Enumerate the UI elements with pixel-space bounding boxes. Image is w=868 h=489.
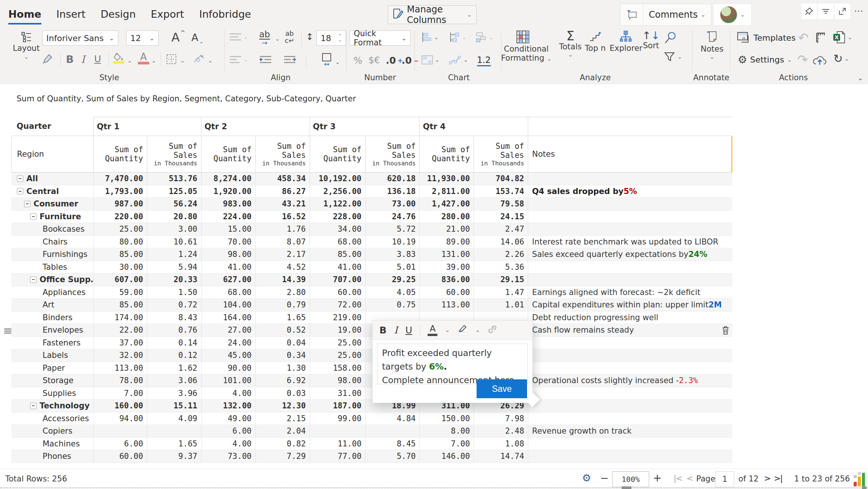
value-cell[interactable]: 101.00 [201, 374, 255, 387]
value-cell[interactable]: 1,920.00 [201, 185, 255, 198]
value-cell[interactable]: 0.76 [147, 324, 201, 336]
value-cell[interactable]: 4.84 [365, 413, 420, 425]
tab-insert[interactable]: Insert [57, 8, 86, 24]
value-cell[interactable]: 704.82 [474, 173, 528, 185]
bold-icon[interactable]: B [66, 53, 74, 65]
measure-header[interactable]: Sum of Quantity [419, 136, 474, 172]
value-cell[interactable]: 19.00 [310, 324, 365, 336]
value-cell[interactable]: 72.00 [310, 299, 365, 311]
highlight-icon[interactable] [457, 324, 468, 336]
value-cell[interactable]: 620.18 [365, 173, 420, 185]
collapse-icon[interactable] [24, 201, 31, 207]
value-cell[interactable]: 85.00 [310, 248, 365, 261]
stepper-down-icon[interactable]: ⌄ [338, 38, 342, 42]
comments-button[interactable]: Comments ⌄ [620, 4, 711, 26]
value-cell[interactable]: 78.00 [93, 374, 147, 387]
value-cell[interactable]: 14.74 [474, 450, 528, 463]
note-cell[interactable]: Interest rate benchmark was updated to L… [528, 236, 732, 248]
value-cell[interactable]: 31.00 [310, 387, 365, 400]
value-cell[interactable]: 1.65 [255, 312, 310, 324]
table-chart-icon[interactable]: ⌄ [421, 55, 440, 65]
value-cell[interactable]: 1.50 [147, 286, 201, 299]
value-cell[interactable]: 146.00 [419, 450, 474, 463]
chevron-down-icon[interactable]: ⌄ [434, 34, 439, 41]
collapse-icon[interactable] [30, 277, 37, 283]
value-cell[interactable]: 29.25 [365, 274, 420, 286]
tab-design[interactable]: Design [101, 8, 136, 24]
chevron-down-icon[interactable]: ⌄ [489, 34, 494, 41]
value-cell[interactable]: 45.00 [201, 349, 255, 362]
value-cell[interactable]: 86.27 [255, 185, 310, 198]
quarter-header[interactable]: Qtr 1 [93, 117, 201, 136]
note-cell[interactable]: Q4 sales dropped by 5% [528, 185, 732, 198]
value-cell[interactable]: 3.83 [365, 248, 420, 261]
tab-home[interactable]: Home [8, 8, 41, 24]
value-cell[interactable]: 1.24 [147, 248, 201, 261]
value-cell[interactable]: 607.00 [93, 274, 147, 286]
value-cell[interactable]: 14.06 [474, 236, 528, 248]
notes-header[interactable]: Notes [528, 136, 732, 172]
value-cell[interactable]: 77.00 [310, 450, 365, 463]
sort-button[interactable]: ↑↓ Sort [640, 30, 662, 50]
zoom-out-icon[interactable]: − [600, 472, 609, 484]
value-cell[interactable]: 2.48 [474, 425, 528, 437]
row-label[interactable]: Appliances [11, 286, 93, 299]
value-cell[interactable]: 2.17 [255, 248, 310, 261]
templates-button[interactable]: Templates [737, 32, 796, 44]
value-cell[interactable]: 12.30 [255, 400, 310, 412]
value-cell[interactable]: 25.00 [93, 223, 147, 235]
value-cell[interactable]: 20.33 [147, 274, 201, 286]
row-label[interactable]: Copiers [11, 425, 93, 437]
chevron-down-icon[interactable]: ⌄ [462, 34, 467, 41]
value-cell[interactable]: 20.80 [147, 211, 201, 223]
measure-header[interactable]: Sum of Quantity [93, 136, 147, 172]
layout-chart-icon[interactable]: ⌄ [475, 32, 494, 43]
value-cell[interactable]: 41.00 [310, 261, 365, 274]
value-cell[interactable]: 24.00 [201, 337, 255, 349]
value-cell[interactable] [365, 425, 420, 437]
value-cell[interactable]: 2,811.00 [419, 185, 474, 198]
value-cell[interactable]: 89.00 [419, 236, 474, 248]
row-label[interactable]: Office Supp… [11, 274, 93, 286]
value-cell[interactable]: 10,192.00 [310, 173, 365, 185]
font-color-icon[interactable]: A [138, 52, 149, 64]
borders-icon[interactable] [166, 53, 177, 65]
value-cell[interactable]: 707.00 [310, 274, 365, 286]
row-label[interactable]: Binders [11, 312, 93, 324]
value-cell[interactable]: 136.18 [365, 185, 420, 198]
row-label[interactable]: Storage [11, 374, 93, 387]
value-cell[interactable]: 219.00 [310, 312, 365, 324]
scrollbar-end[interactable] [862, 486, 866, 489]
value-cell[interactable]: 0.03 [255, 387, 310, 400]
conditional-formatting-button[interactable]: Conditional Formatting ⌄ [498, 44, 555, 63]
filter-button[interactable]: ⌄ [664, 51, 682, 63]
measure-header[interactable]: Sum of Quantity [310, 136, 365, 172]
value-cell[interactable]: 7.00 [93, 387, 147, 400]
focus-mode-icon[interactable] [834, 3, 851, 20]
note-cell[interactable] [528, 337, 732, 349]
row-height-input[interactable]: 18 ⌃⌄ [316, 31, 346, 46]
underline-icon[interactable]: U [405, 325, 412, 336]
value-cell[interactable]: 164.00 [201, 312, 255, 324]
note-cell[interactable] [528, 198, 732, 210]
value-cell[interactable]: 174.00 [93, 312, 147, 324]
value-cell[interactable]: 2.15 [255, 413, 310, 425]
settings-button[interactable]: ⚙ Settings ⌄ [738, 53, 792, 66]
value-cell[interactable]: 25.00 [310, 337, 365, 349]
value-cell[interactable]: 37.00 [93, 337, 147, 349]
row-label[interactable]: Furniture [11, 211, 93, 223]
value-cell[interactable]: 224.00 [201, 211, 255, 223]
overflow-text-icon[interactable]: ab→ [259, 30, 270, 46]
value-cell[interactable]: 280.00 [419, 211, 474, 223]
row-label[interactable]: Bookcases [11, 223, 93, 235]
next-page-icon[interactable]: > [764, 474, 771, 483]
value-cell[interactable]: 90.00 [201, 362, 255, 374]
value-cell[interactable]: 59.00 [93, 286, 147, 299]
value-cell[interactable]: 104.00 [201, 299, 255, 311]
value-cell[interactable]: 8.43 [147, 312, 201, 324]
value-cell[interactable]: 27.00 [201, 324, 255, 336]
conditional-formatting-icon[interactable] [516, 30, 530, 44]
row-label[interactable]: Tables [11, 261, 93, 274]
value-cell[interactable]: 60.00 [310, 286, 365, 299]
row-label[interactable]: All [11, 173, 93, 185]
